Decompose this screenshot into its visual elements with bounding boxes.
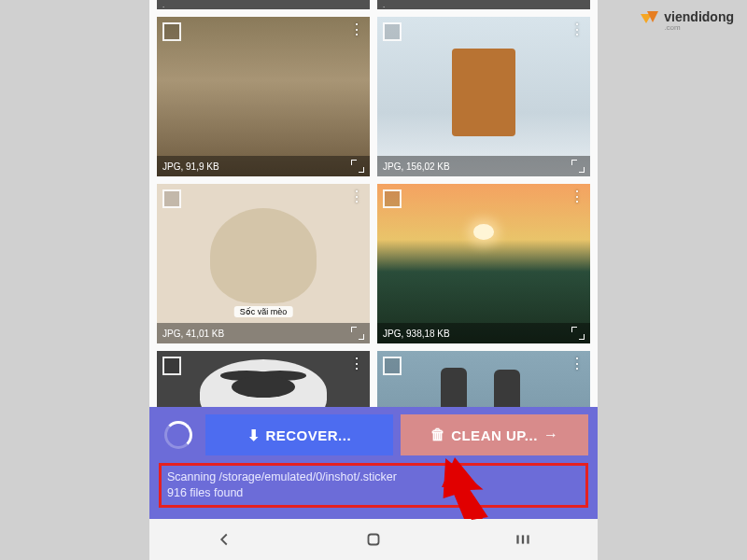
watermark-sub: .com: [664, 24, 734, 32]
cleanup-button[interactable]: 🗑 CLEAN UP... →: [401, 414, 588, 455]
select-checkbox[interactable]: [383, 189, 402, 208]
file-info-label: JPG, 938,18 KB: [383, 329, 450, 339]
nav-home-button[interactable]: [345, 525, 402, 553]
select-checkbox[interactable]: [162, 357, 181, 375]
button-row: ⬇ RECOVER... 🗑 CLEAN UP... →: [159, 414, 588, 455]
more-menu-icon[interactable]: ⋮: [570, 189, 585, 204]
photo-thumbnail[interactable]: ⋮: [377, 351, 590, 407]
photo-thumbnail[interactable]: ⋮ JPG, 156,02 KB: [377, 17, 590, 176]
download-icon: ⬇: [247, 427, 261, 444]
watermark: viendidong .com: [641, 9, 734, 32]
trash-icon: 🗑: [430, 427, 446, 443]
select-checkbox[interactable]: [162, 22, 181, 41]
select-checkbox[interactable]: [383, 22, 402, 41]
select-checkbox[interactable]: [162, 189, 181, 208]
expand-icon[interactable]: [571, 327, 585, 340]
expand-icon[interactable]: [351, 160, 364, 173]
expand-icon[interactable]: [571, 160, 585, 173]
thumb-partial[interactable]: .: [377, 0, 590, 9]
more-menu-icon[interactable]: ⋮: [570, 22, 585, 37]
more-menu-icon[interactable]: ⋮: [349, 357, 364, 371]
thumb-partial[interactable]: .: [157, 0, 370, 9]
arrow-right-icon: →: [543, 427, 559, 443]
file-info-label: JPG, 41,01 KB: [162, 329, 224, 339]
thumb-info: JPG, 91,9 KB: [157, 156, 370, 176]
thumb-info: JPG, 938,18 KB: [377, 323, 590, 343]
photo-grid: ⋮ JPG, 91,9 KB ⋮ JPG, 156,02 KB ⋮ Sốc vã…: [157, 17, 590, 407]
spinner-icon: [164, 421, 192, 449]
file-info-label: JPG, 156,02 KB: [383, 161, 450, 172]
action-panel: ⬇ RECOVER... 🗑 CLEAN UP... → Scanning /s…: [149, 407, 598, 519]
android-nav-bar: [149, 519, 598, 560]
recover-button[interactable]: ⬇ RECOVER...: [205, 414, 393, 455]
status-highlight: Scanning /storage/emulated/0/inshot/.sti…: [159, 463, 588, 508]
recover-label: RECOVER...: [265, 427, 351, 443]
cleanup-label: CLEAN UP...: [451, 427, 538, 443]
thumb-info: JPG, 156,02 KB: [377, 156, 590, 176]
scanning-spinner: [159, 415, 198, 455]
select-checkbox[interactable]: [383, 357, 402, 375]
watermark-logo-icon: [641, 11, 659, 30]
photo-thumbnail[interactable]: ⋮: [157, 351, 370, 407]
expand-icon[interactable]: [351, 327, 364, 340]
photo-grid-scroll[interactable]: . . ⋮ JPG, 91,9 KB ⋮ JPG, 156,02 KB: [149, 0, 598, 407]
file-info-label: JPG, 91,9 KB: [162, 161, 219, 172]
overlay-caption: Sốc vãi mèo: [234, 306, 293, 317]
watermark-text: viendidong: [664, 9, 734, 24]
photo-thumbnail[interactable]: ⋮ JPG, 91,9 KB: [157, 17, 370, 176]
more-menu-icon[interactable]: ⋮: [349, 189, 364, 204]
app-screen: . . ⋮ JPG, 91,9 KB ⋮ JPG, 156,02 KB: [149, 0, 598, 560]
partial-top-row: . .: [157, 0, 590, 9]
svg-rect-0: [369, 535, 379, 545]
status-count: 916 files found: [167, 485, 580, 501]
nav-recent-button[interactable]: [495, 525, 551, 553]
status-path: Scanning /storage/emulated/0/inshot/.sti…: [167, 469, 580, 485]
thumb-info: JPG, 41,01 KB: [157, 323, 370, 343]
photo-thumbnail[interactable]: ⋮ Sốc vãi mèo JPG, 41,01 KB: [157, 184, 370, 343]
more-menu-icon[interactable]: ⋮: [570, 357, 585, 371]
nav-back-button[interactable]: [196, 525, 252, 553]
more-menu-icon[interactable]: ⋮: [349, 22, 364, 37]
photo-thumbnail[interactable]: ⋮ JPG, 938,18 KB: [377, 184, 590, 343]
